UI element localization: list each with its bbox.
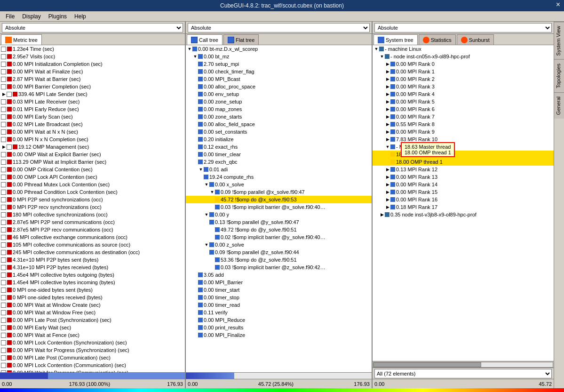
right-item-rank4[interactable]: ▶0.00 MPI Rank 4 <box>373 90 554 98</box>
tab-metric-tree[interactable]: Metric tree <box>1 34 42 45</box>
checkbox-20[interactable] <box>1 190 6 195</box>
tab-call-tree[interactable]: Call tree <box>187 34 222 45</box>
checkbox-43[interactable] <box>1 363 6 368</box>
right-item-rank17[interactable]: ▶0.18 MPI Rank 17 <box>373 203 554 211</box>
left-item-6[interactable]: 0.00 MPI Barrier Completion (sec) <box>0 83 185 90</box>
middle-item-4[interactable]: 0.00 check_timer_flag <box>186 68 372 75</box>
checkbox-7[interactable] <box>7 92 12 97</box>
left-item-21[interactable]: 0 MPI P2P send synchronizations (occ) <box>0 196 185 203</box>
left-item-18[interactable]: 0.00 OMP Lock API Contention (sec) <box>0 173 185 181</box>
menu-help[interactable]: Help <box>71 12 90 21</box>
left-item-32[interactable]: 1.45e4 MPI collective bytes incoming (by… <box>0 279 185 286</box>
middle-item-15[interactable]: 0.00 timer_clear <box>186 151 372 158</box>
middle-item-14[interactable]: 0.12 exact_rhs <box>186 143 372 151</box>
checkbox-26[interactable] <box>1 235 6 240</box>
right-item-node2[interactable]: ▶0.35 node inst-v3jb8-x9-ol89-hpc-prof <box>373 211 554 218</box>
left-item-15[interactable]: 0.00 OMP Wait at Explicit Barrier (sec) <box>0 151 185 158</box>
middle-item-zbarrier[interactable]: 0.03 !$omp implicit barrier @z_solve.f90… <box>186 264 372 271</box>
tab-statistics[interactable]: Statistics <box>419 34 456 45</box>
left-item-35[interactable]: 0.00 MPI Wait at Window Create (sec) <box>0 301 185 309</box>
checkbox-24[interactable] <box>1 220 6 225</box>
left-tree-content[interactable]: 1.23e4 Time (sec) 2.95e7 Visits (occ) 0.… <box>0 45 185 372</box>
middle-item-7[interactable]: 0.00 env_setup <box>186 90 372 98</box>
left-item-29[interactable]: 4.31e+10 MPI P2P bytes sent (bytes) <box>0 256 185 264</box>
middle-item-8[interactable]: 0.00 zone_setup <box>186 98 372 105</box>
left-item-22[interactable]: 0 MPI P2P recv synchronizations (occ) <box>0 203 185 211</box>
middle-item-zdo[interactable]: 53.36 !$omp do @z_solve.f90:51 <box>186 256 372 264</box>
middle-item-zsolve[interactable]: ▼0.00 z_solve <box>186 241 372 248</box>
middle-item-crhs[interactable]: 19.24 compute_rhs <box>186 173 372 181</box>
left-item-2[interactable]: 2.95e7 Visits (occ) <box>0 53 185 60</box>
left-item-17[interactable]: 0.00 OMP Critical Contention (sec) <box>0 166 185 173</box>
right-h-scrollbar[interactable] <box>373 361 554 368</box>
right-item-rank14[interactable]: ▶0.00 MPI Rank 14 <box>373 181 554 188</box>
left-item-11[interactable]: 0.02 MPI Late Broadcast (sec) <box>0 120 185 128</box>
middle-item-tread[interactable]: 0.00 timer_read <box>186 301 372 309</box>
checkbox-29[interactable] <box>1 257 6 263</box>
side-label-system-view[interactable]: System View <box>554 22 564 59</box>
checkbox-14[interactable] <box>7 144 12 150</box>
side-label-general[interactable]: General <box>554 92 564 119</box>
left-item-8[interactable]: 0.03 MPI Late Receiver (sec) <box>0 98 185 105</box>
right-h-scrollbar-thumb[interactable] <box>373 362 481 367</box>
left-item-27[interactable]: 105 MPI collective communications as sou… <box>0 241 185 248</box>
checkbox-16[interactable] <box>1 160 6 165</box>
middle-tree-content[interactable]: ▼0.00 bt-mz.D.x_wl_scorep ▼0.00 bt_mz 2.… <box>186 45 372 372</box>
menu-file[interactable]: File <box>2 12 18 21</box>
right-item-master[interactable]: 18.63 Master thread <box>373 151 554 158</box>
left-item-39[interactable]: 0.00 MPI Wait at Fence (sec) <box>0 331 185 339</box>
checkbox-37[interactable] <box>1 318 6 323</box>
checkbox-28[interactable] <box>1 250 6 255</box>
middle-item-mpireduce[interactable]: 0.00 MPI_Reduce <box>186 316 372 324</box>
right-dropdown[interactable]: Absolute <box>374 23 552 32</box>
middle-item-tstop[interactable]: 0.00 timer_stop <box>186 294 372 301</box>
left-item-14[interactable]: ▶19.12 OMP Management (sec) <box>0 143 185 151</box>
menu-plugins[interactable]: Plugins <box>45 12 71 21</box>
tab-sunburst[interactable]: Sunburst <box>457 34 494 45</box>
middle-item-ydo[interactable]: 49.72 !$omp do @y_solve.f90:51 <box>186 226 372 233</box>
checkbox-2[interactable] <box>1 54 6 59</box>
middle-item-xpar[interactable]: ▼0.09 !$omp parallel @x_solve.f90:47 <box>186 188 372 196</box>
right-item-rank8[interactable]: ▶0.55 MPI Rank 8 <box>373 120 554 128</box>
right-item-rank13[interactable]: ▶0.00 MPI Rank 13 <box>373 173 554 181</box>
middle-item-11[interactable]: 0.00 alloc_field_space <box>186 120 372 128</box>
left-item-24[interactable]: 2.87e5 MPI P2P send communications (occ) <box>0 218 185 226</box>
checkbox-4[interactable] <box>1 69 6 74</box>
checkbox-33[interactable] <box>1 288 6 293</box>
left-item-30[interactable]: 4.31e+10 MPI P2P bytes received (bytes) <box>0 264 185 271</box>
right-item-rank1[interactable]: ▶0.00 MPI Rank 1 <box>373 68 554 75</box>
checkbox-11[interactable] <box>1 122 6 127</box>
right-tree-content[interactable]: ▼- machine Linux ▼- node inst-cn05n-x9-o… <box>373 45 554 361</box>
checkbox-38[interactable] <box>1 325 6 330</box>
right-item-rank11[interactable]: ▼- MPI Rank 11 18.63 Master thread 18.00… <box>373 143 554 151</box>
left-dropdown[interactable]: Absolute <box>2 23 183 32</box>
checkbox-31[interactable] <box>1 272 6 278</box>
left-item-25[interactable]: 2.87e5 MPI P2P recv communications (occ) <box>0 226 185 233</box>
checkbox-6[interactable] <box>1 84 6 89</box>
left-item-3[interactable]: 0.00 MPI Initialization Completion (sec) <box>0 60 185 68</box>
right-h-scrollbar-inner[interactable] <box>373 362 553 368</box>
checkbox-30[interactable] <box>1 265 6 270</box>
menu-display[interactable]: Display <box>18 12 44 21</box>
left-item-16[interactable]: 113.29 OMP Wait at Implicit Barrier (sec… <box>0 158 185 166</box>
right-item-rank15[interactable]: ▶0.00 MPI Rank 15 <box>373 188 554 196</box>
left-item-4[interactable]: 0.00 MPI Wait at Finalize (sec) <box>0 68 185 75</box>
left-item-26[interactable]: 46 MPI collective exchange communication… <box>0 233 185 241</box>
middle-item-ypar[interactable]: 0.13 !$omp parallel @y_solve.f90:47 <box>186 218 372 226</box>
right-item-machine[interactable]: ▼- machine Linux <box>373 45 554 53</box>
left-item-28[interactable]: 245 MPI collective communications as des… <box>0 248 185 256</box>
checkbox-3[interactable] <box>1 62 6 67</box>
checkbox-23[interactable] <box>1 212 6 217</box>
checkbox-9[interactable] <box>1 107 6 112</box>
left-item-9[interactable]: 0.01 MPI Early Reduce (sec) <box>0 105 185 113</box>
checkbox-40[interactable] <box>1 340 6 345</box>
middle-item-xbarrier[interactable]: 0.03 !$omp implicit barrier @x_solve.f90… <box>186 203 372 211</box>
checkbox-25[interactable] <box>1 227 6 232</box>
left-item-31[interactable]: 1.45e4 MPI collective bytes outgoing (by… <box>0 271 185 279</box>
left-item-23[interactable]: 180 MPI collective synchronizations (occ… <box>0 211 185 218</box>
right-item-rank6[interactable]: ▶0.00 MPI Rank 6 <box>373 105 554 113</box>
right-item-rank9[interactable]: ▶0.00 MPI Rank 9 <box>373 128 554 136</box>
left-item-13[interactable]: 0.00 MPI N x N Completion (sec) <box>0 136 185 143</box>
middle-item-xsolve[interactable]: ▼0.00 x_solve <box>186 181 372 188</box>
left-item-40[interactable]: 0.00 MPI Lock Contention (Synchronizatio… <box>0 339 185 346</box>
